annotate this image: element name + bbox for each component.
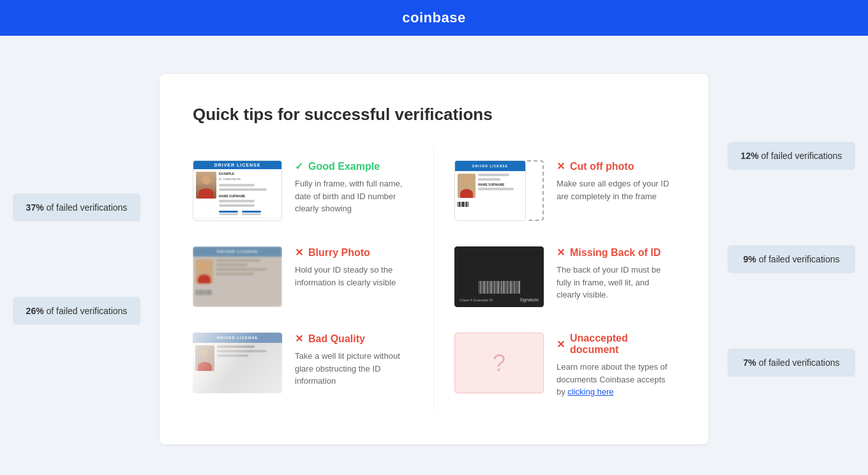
- tip-bad-quality: DRIVER LICENSE: [193, 320, 413, 406]
- tip-image-quality: DRIVER LICENSE: [193, 333, 282, 393]
- tip-title-text-back: Missing Back of ID: [570, 247, 661, 259]
- tip-blurry-photo: DRIVER LICENSE: [193, 234, 413, 320]
- tip-desc-blurry: Hold your ID steady so the information i…: [295, 264, 413, 289]
- tip-desc-cutoff: Make sure all edges of your ID are compl…: [557, 177, 675, 202]
- x-icon-quality: ✕: [295, 333, 303, 345]
- tip-title-text-cutoff: Cut off photo: [570, 161, 634, 172]
- left-badge-1-label: of failed verifications: [47, 202, 128, 213]
- tip-unaccepted: ? ✕ Unaccepted document Learn more about…: [454, 320, 675, 411]
- right-badge-3-percent: 7%: [744, 358, 756, 368]
- page-title: Quick tips for successful verifications: [193, 105, 675, 124]
- page-body: 37% of failed verifications 26% of faile…: [0, 36, 868, 475]
- tip-desc-unaccepted: Learn more about the types of documents …: [557, 361, 675, 398]
- tips-grid: DRIVER LICENSE EXAMPLE ID: 123456789-005…: [193, 147, 675, 411]
- tip-image-blurry: DRIVER LICENSE: [193, 246, 282, 307]
- tip-title-quality: ✕ Bad Quality: [295, 333, 413, 345]
- right-badge-3-label: of failed verifications: [759, 358, 840, 368]
- x-icon-blurry: ✕: [295, 246, 303, 259]
- app-header: coinbase: [0, 0, 868, 36]
- tip-cutoff-photo: DRIVER LICENSE: [454, 147, 675, 234]
- right-badges: 12% of failed verifications 9% of failed…: [728, 142, 855, 377]
- x-icon-back: ✕: [557, 246, 565, 259]
- tip-content-good: ✓ Good Example Fully in frame, with full…: [295, 160, 413, 215]
- right-badge-3: 7% of failed verifications: [728, 349, 855, 377]
- tip-desc-good: Fully in frame, with full name, date of …: [295, 177, 413, 215]
- left-badge-2: 26% of failed verifications: [13, 297, 140, 325]
- tip-missing-back: Class A Example ID Signature ✕ Missing B…: [454, 234, 675, 320]
- tip-title-text-good: Good Example: [308, 161, 380, 172]
- right-badge-2-label: of failed verifications: [759, 254, 840, 264]
- tip-title-good: ✓ Good Example: [295, 160, 413, 172]
- x-icon-unaccepted: ✕: [557, 338, 565, 351]
- tips-right-column: DRIVER LICENSE: [434, 147, 675, 411]
- coinbase-logo: coinbase: [402, 10, 465, 26]
- tip-title-blurry: ✕ Blurry Photo: [295, 246, 413, 259]
- right-badge-2-percent: 9%: [744, 254, 756, 264]
- left-badge-2-percent: 26%: [26, 306, 44, 316]
- right-badge-2: 9% of failed verifications: [728, 245, 855, 273]
- tip-title-unaccepted: ✕ Unaccepted document: [557, 333, 675, 356]
- tips-left-column: DRIVER LICENSE EXAMPLE ID: 123456789-005…: [193, 147, 434, 411]
- right-badge-1-label: of failed verifications: [761, 151, 842, 161]
- tip-title-text-quality: Bad Quality: [308, 333, 365, 345]
- tip-image-back: Class A Example ID Signature: [454, 246, 544, 307]
- tip-desc-quality: Take a well lit picture without glare ob…: [295, 350, 413, 388]
- tip-image-good: DRIVER LICENSE EXAMPLE ID: 123456789-005…: [193, 160, 282, 221]
- right-badge-1: 12% of failed verifications: [728, 142, 855, 170]
- tip-good-example: DRIVER LICENSE EXAMPLE ID: 123456789-005…: [193, 147, 413, 234]
- left-badge-1: 37% of failed verifications: [13, 193, 140, 222]
- tip-desc-back: The back of your ID must be fully in fra…: [557, 264, 675, 301]
- left-badge-2-label: of failed verifications: [47, 306, 128, 316]
- tip-content-quality: ✕ Bad Quality Take a well lit picture wi…: [295, 333, 413, 388]
- tip-title-text-blurry: Blurry Photo: [308, 247, 370, 259]
- tip-content-blurry: ✕ Blurry Photo Hold your ID steady so th…: [295, 246, 413, 289]
- tip-image-unknown: ?: [454, 333, 544, 393]
- tip-content-back: ✕ Missing Back of ID The back of your ID…: [557, 246, 675, 301]
- check-icon: ✓: [295, 160, 303, 172]
- right-badge-1-percent: 12%: [741, 151, 759, 161]
- question-mark-icon: ?: [493, 350, 505, 377]
- tip-content-cutoff: ✕ Cut off photo Make sure all edges of y…: [557, 160, 675, 202]
- tip-title-back: ✕ Missing Back of ID: [557, 246, 675, 259]
- left-badge-1-percent: 37%: [26, 202, 44, 213]
- main-card: Quick tips for successful verifications …: [160, 74, 708, 444]
- tip-title-text-unaccepted: Unaccepted document: [570, 333, 675, 356]
- tip-title-cutoff: ✕ Cut off photo: [557, 160, 675, 172]
- tip-image-cutoff: DRIVER LICENSE: [454, 160, 544, 221]
- left-badges: 37% of failed verifications 26% of faile…: [13, 193, 140, 325]
- tip-content-unaccepted: ✕ Unaccepted document Learn more about t…: [557, 333, 675, 398]
- clicking-here-link[interactable]: clicking here: [567, 387, 613, 396]
- x-icon-cutoff: ✕: [557, 160, 565, 172]
